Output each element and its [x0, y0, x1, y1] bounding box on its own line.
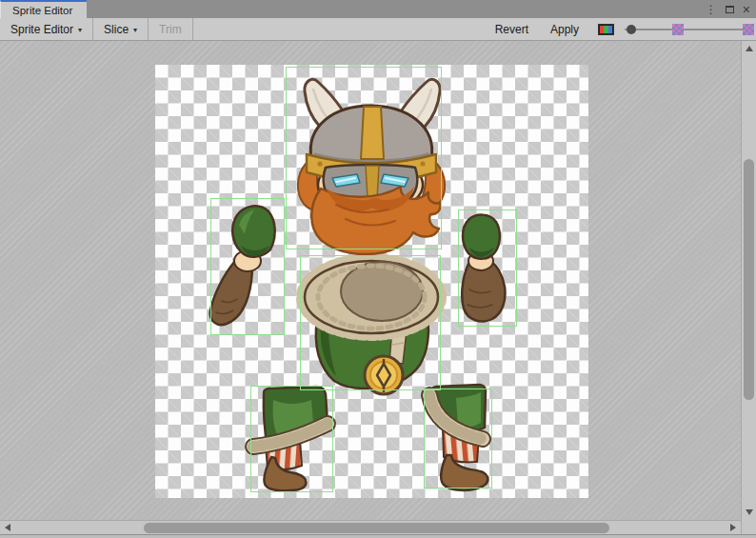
apply-button[interactable]: Apply — [540, 23, 589, 36]
slice-rect-leg-right[interactable] — [424, 389, 492, 488]
vscroll-thumb[interactable] — [744, 159, 754, 400]
texture-mip-marker-icon — [672, 24, 684, 35]
slider-track[interactable] — [625, 29, 750, 30]
slice-dropdown[interactable]: Slice ▾ — [93, 18, 148, 40]
scroll-left-icon[interactable] — [5, 524, 10, 531]
tab-bar: Sprite Editor ⋮ × — [0, 0, 756, 18]
rgb-channels-icon[interactable] — [598, 24, 614, 35]
sprite-canvas[interactable] — [0, 41, 741, 520]
texture-area[interactable] — [155, 65, 588, 498]
tab-title: Sprite Editor — [12, 5, 72, 16]
slice-rect-head[interactable] — [286, 67, 442, 249]
trim-button[interactable]: Trim — [149, 18, 192, 40]
sprite-editor-mode-dropdown[interactable]: Sprite Editor ▾ — [0, 18, 92, 40]
scrollbar-corner — [741, 520, 756, 534]
slice-rect-leg-left[interactable] — [250, 386, 333, 492]
scroll-up-icon[interactable] — [746, 46, 753, 51]
chevron-down-icon: ▾ — [133, 26, 137, 34]
zoom-mip-slider[interactable] — [623, 18, 754, 41]
revert-button[interactable]: Revert — [485, 23, 539, 36]
slice-rect-arm-left[interactable] — [210, 198, 285, 335]
vertical-scrollbar[interactable] — [741, 41, 756, 520]
scroll-right-icon[interactable] — [730, 524, 736, 531]
toolbar: Sprite Editor ▾ Slice ▾ Trim Revert Appl… — [0, 18, 756, 41]
close-icon[interactable]: × — [743, 3, 750, 16]
sprite-editor-window: Sprite Editor ⋮ × Sprite Editor ▾ Slice … — [0, 0, 756, 538]
chevron-down-icon: ▾ — [78, 26, 82, 34]
toolbar-separator — [192, 18, 193, 40]
texture-mip-end-icon — [743, 24, 754, 35]
hscroll-thumb[interactable] — [144, 523, 609, 533]
more-options-icon[interactable]: ⋮ — [706, 4, 717, 15]
horizontal-scrollbar[interactable] — [0, 520, 741, 534]
scroll-down-icon[interactable] — [746, 509, 753, 515]
zoom-slider-knob[interactable] — [627, 25, 636, 34]
maximize-icon[interactable] — [726, 6, 734, 13]
toolbar-right-group: Revert Apply — [484, 18, 756, 40]
window-controls: ⋮ × — [706, 0, 750, 18]
slice-rect-arm-right[interactable] — [458, 209, 517, 327]
tab-sprite-editor[interactable]: Sprite Editor — [0, 0, 87, 18]
slice-rect-torso[interactable] — [300, 255, 441, 390]
window-bottom-edge — [0, 534, 756, 538]
